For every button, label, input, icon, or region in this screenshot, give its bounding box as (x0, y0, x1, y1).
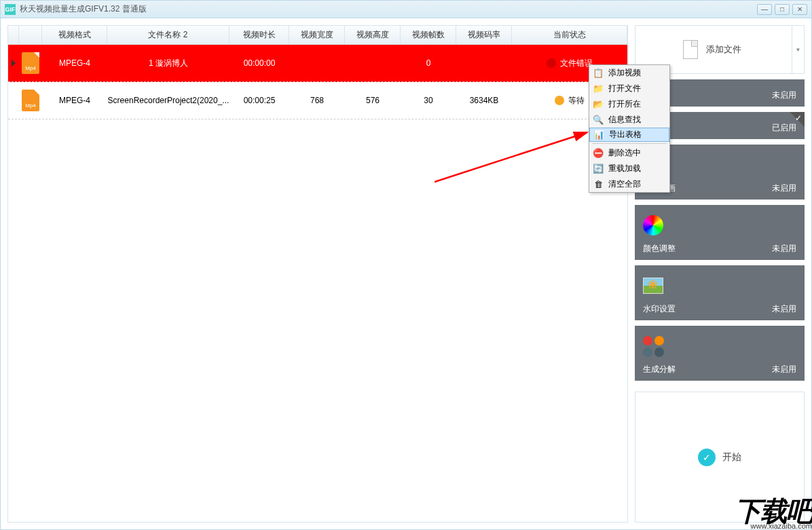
menu-item-label: 信息查找 (608, 114, 641, 126)
menu-item-icon: 📋 (592, 67, 604, 79)
menu-item-label: 清空全部 (608, 178, 641, 190)
menu-item-icon: 📊 (593, 129, 605, 141)
add-file-label: 添加文件 (706, 43, 741, 56)
cell-format: MPEG-4 (42, 58, 107, 68)
image-icon (643, 278, 663, 294)
status-dot-icon (547, 58, 556, 68)
color-wheel-icon (643, 215, 663, 235)
table-header: 视频格式 文件名称 2 视频时长 视频宽度 视频高度 视频帧数 视频码率 当前状… (8, 26, 627, 45)
menu-item-label: 添加视频 (608, 67, 641, 79)
tool-label: 颜色调整 (643, 243, 676, 254)
cell-width: 768 (289, 96, 345, 105)
menu-item-label: 打开文件 (608, 83, 641, 94)
cell-fps: 30 (401, 96, 456, 105)
col-duration[interactable]: 视频时长 (229, 26, 289, 44)
close-button[interactable]: ✕ (792, 4, 807, 15)
menu-item-icon: 🗑 (592, 178, 604, 191)
cell-name: ScreenRecorderProject2(2020_... (107, 96, 229, 105)
tool-status: 未启用 (772, 303, 796, 315)
table-row[interactable]: MPEG-4 ScreenRecorderProject2(2020_... 0… (8, 82, 627, 119)
check-icon: ✓ (795, 113, 802, 123)
tool-item[interactable]: 水印设置 未启用 (635, 265, 805, 320)
col-status[interactable]: 当前状态 (512, 26, 627, 44)
status-dot-icon (555, 96, 564, 105)
tool-item[interactable]: 生成分解 未启用 (635, 326, 805, 381)
col-name[interactable]: 文件名称 2 (107, 26, 229, 44)
menu-item[interactable]: 🔄重载加载 (589, 161, 669, 176)
context-menu: 📋添加视频📁打开文件📂打开所在🔍信息查找📊导出表格⛔删除选中🔄重载加载🗑清空全部 (589, 64, 670, 193)
menu-item-label: 导出表格 (609, 129, 642, 140)
menu-item[interactable]: 📂打开所在 (589, 96, 669, 112)
menu-item-icon: 🔄 (592, 163, 604, 175)
menu-item-icon: ⛔ (592, 147, 604, 159)
app-icon: GIF (5, 4, 16, 15)
menu-item-label: 重载加载 (608, 163, 641, 174)
col-fps[interactable]: 视频帧数 (401, 26, 456, 44)
tool-status: 未启用 (772, 90, 796, 101)
titlebar[interactable]: GIF 秋天视频批量生成GIFV1.32 普通版 — □ ✕ (1, 1, 811, 18)
mp4-file-icon (22, 52, 39, 74)
cell-fps: 0 (401, 58, 456, 68)
menu-item-label: 删除选中 (608, 147, 641, 159)
cell-duration: 00:00:25 (229, 96, 289, 105)
row-marker-icon (12, 60, 16, 67)
col-height[interactable]: 视频高度 (345, 26, 401, 44)
tool-label: 生成分解 (643, 364, 676, 375)
menu-item-label: 打开所在 (608, 98, 641, 110)
menu-item[interactable]: 🗑清空全部 (589, 176, 669, 192)
watermark: 下载吧 www.xiazaiba.com (735, 499, 812, 530)
col-width[interactable]: 视频宽度 (289, 26, 345, 44)
mp4-file-icon (22, 90, 39, 111)
window-title: 秋天视频批量生成GIFV1.32 普通版 (20, 3, 757, 15)
start-label: 开始 (722, 451, 741, 463)
maximize-button[interactable]: □ (775, 4, 790, 15)
cell-height: 576 (345, 96, 401, 105)
tool-label: 水印设置 (643, 303, 676, 315)
tool-status: 未启用 (772, 243, 796, 254)
col-format[interactable]: 视频格式 (42, 26, 107, 44)
menu-item-icon: 🔍 (592, 114, 604, 126)
menu-separator (592, 143, 667, 144)
document-icon (683, 40, 698, 59)
cell-name: 1 漩涡博人 (107, 58, 229, 69)
tool-item[interactable]: 颜色调整 未启用 (635, 205, 805, 260)
minimize-button[interactable]: — (757, 4, 772, 15)
menu-item[interactable]: 🔍信息查找 (589, 112, 669, 128)
tool-status: 已启用 (772, 122, 796, 134)
file-table-panel: 视频格式 文件名称 2 视频时长 视频宽度 视频高度 视频帧数 视频码率 当前状… (7, 25, 628, 523)
cell-format: MPEG-4 (42, 96, 107, 105)
menu-item[interactable]: 📊导出表格 (589, 128, 669, 142)
tool-status: 未启用 (772, 183, 796, 194)
col-bitrate[interactable]: 视频码率 (456, 26, 512, 44)
dots-icon (643, 336, 670, 357)
cell-bitrate: 3634KB (456, 96, 512, 105)
add-file-dropdown[interactable]: ▼ (792, 26, 804, 73)
menu-item[interactable]: ⛔删除选中 (589, 145, 669, 161)
check-icon: ✓ (698, 449, 716, 466)
menu-item[interactable]: 📋添加视频 (589, 65, 669, 81)
menu-item-icon: 📂 (592, 98, 604, 111)
cell-duration: 00:00:00 (229, 58, 289, 68)
tool-status: 未启用 (772, 364, 796, 375)
table-row[interactable]: MPEG-4 1 漩涡博人 00:00:00 0 文件错误 (8, 45, 627, 82)
menu-item-icon: 📁 (592, 83, 604, 95)
app-window: GIF 秋天视频批量生成GIFV1.32 普通版 — □ ✕ 视频格式 文件名称… (0, 0, 812, 530)
menu-item[interactable]: 📁打开文件 (589, 81, 669, 96)
